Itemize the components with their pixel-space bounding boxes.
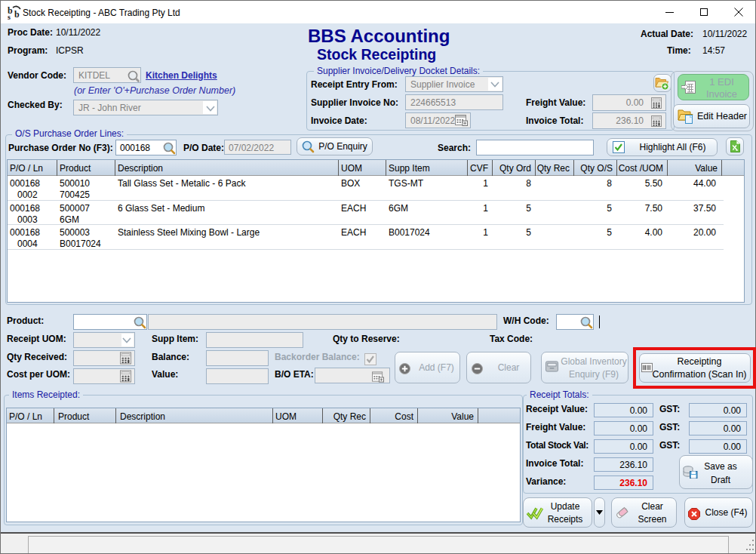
svg-text:b: b — [14, 9, 20, 20]
svg-text:s: s — [8, 13, 11, 20]
